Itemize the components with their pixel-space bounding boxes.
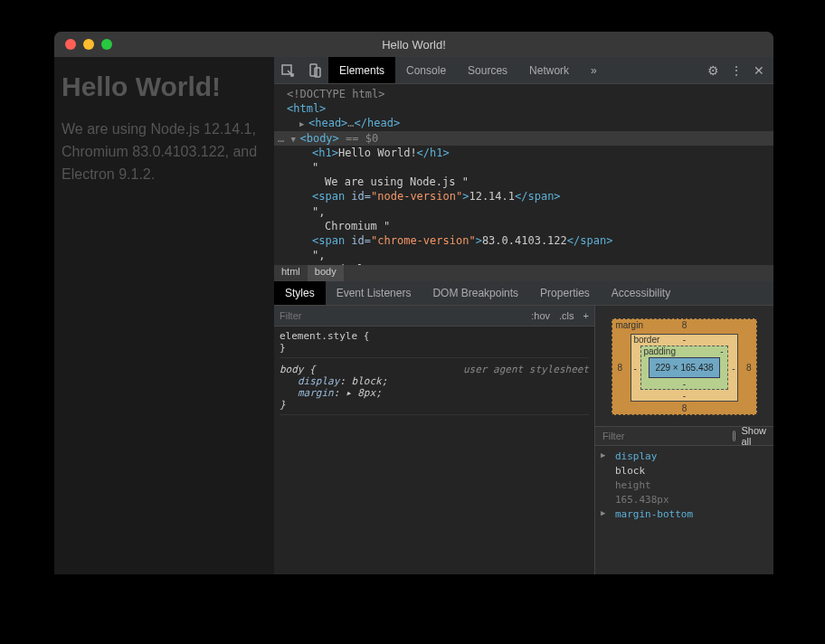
close-devtools-icon[interactable]: ✕	[754, 63, 764, 78]
computed-row[interactable]: ▶display	[601, 450, 768, 464]
device-icon[interactable]	[301, 63, 328, 78]
traffic-lights	[54, 39, 112, 50]
subtab-accessibility[interactable]: Accessibility	[601, 281, 681, 305]
padding-label: padding	[643, 346, 676, 356]
page-body-text: We are using Node.js 12.14.1, Chromium 8…	[62, 118, 267, 185]
subtab-styles[interactable]: Styles	[274, 281, 326, 305]
breadcrumb: html body	[274, 265, 773, 281]
crumb-body[interactable]: body	[308, 265, 344, 281]
html-node[interactable]: <html>	[287, 102, 326, 115]
styles-pane: :hov .cls + element.style { } body {user…	[274, 306, 594, 574]
styles-filter-input[interactable]	[280, 310, 522, 321]
expand-icon[interactable]: ▶	[299, 118, 308, 129]
body-uas-section[interactable]: body {user agent stylesheet display: blo…	[280, 364, 589, 415]
computed-row[interactable]: ▶margin-bottom	[601, 507, 768, 522]
inspect-icon[interactable]	[274, 63, 301, 78]
kebab-icon[interactable]: ⋮	[730, 63, 743, 78]
dom-tree[interactable]: <!DOCTYPE html> <html> ▶<head>…</head> ……	[274, 84, 773, 265]
devtools-tabs: Elements Console Sources Network » ⚙ ⋮ ✕	[274, 57, 773, 84]
styles-subtabs: Styles Event Listeners DOM Breakpoints P…	[274, 281, 773, 306]
computed-row[interactable]: height	[601, 478, 768, 493]
content-dims: 229 × 165.438	[649, 357, 719, 378]
titlebar: Hello World!	[54, 32, 773, 57]
devtools-panel: Elements Console Sources Network » ⚙ ⋮ ✕…	[274, 57, 773, 574]
span-chrome-version[interactable]: <span	[312, 234, 351, 247]
show-all-checkbox[interactable]	[733, 431, 735, 441]
window-title: Hello World!	[382, 38, 446, 52]
new-rule-icon[interactable]: +	[583, 310, 589, 321]
svg-rect-1	[310, 64, 317, 76]
maximize-icon[interactable]	[101, 39, 112, 50]
subtab-dom-breakpoints[interactable]: DOM Breakpoints	[422, 281, 529, 305]
subtab-event-listeners[interactable]: Event Listeners	[326, 281, 422, 305]
box-model[interactable]: margin 8 8 8 8 border - - - -	[595, 306, 773, 426]
border-label: border	[633, 335, 659, 345]
tab-network[interactable]: Network	[518, 57, 580, 83]
selected-node-row[interactable]: … ▼<body> == $0	[274, 131, 773, 146]
tab-console[interactable]: Console	[395, 57, 457, 83]
span-node-version[interactable]: <span	[312, 190, 351, 203]
head-node[interactable]: <head>	[308, 117, 347, 129]
computed-filter-input[interactable]	[602, 431, 727, 441]
hov-toggle[interactable]: :hov	[531, 310, 550, 321]
show-all-label: Show all	[741, 425, 766, 447]
element-style-section[interactable]: element.style { }	[280, 330, 589, 358]
crumb-html[interactable]: html	[274, 265, 308, 281]
tabs-overflow-icon[interactable]: »	[580, 57, 608, 83]
app-window: Hello World! Hello World! We are using N…	[54, 32, 773, 574]
rendered-page: Hello World! We are using Node.js 12.14.…	[54, 57, 274, 574]
computed-pane: margin 8 8 8 8 border - - - -	[594, 306, 773, 574]
gear-icon[interactable]: ⚙	[707, 63, 719, 78]
collapse-icon[interactable]: ▼	[290, 134, 299, 145]
subtab-properties[interactable]: Properties	[529, 281, 601, 305]
h1-node[interactable]: <h1>	[312, 147, 338, 159]
close-icon[interactable]	[65, 39, 76, 50]
doctype-node[interactable]: <!DOCTYPE html>	[287, 88, 384, 100]
minimize-icon[interactable]	[83, 39, 94, 50]
cls-toggle[interactable]: .cls	[559, 310, 574, 321]
tab-elements[interactable]: Elements	[328, 57, 395, 83]
tab-sources[interactable]: Sources	[457, 57, 518, 83]
computed-list: ▶display block height 165.438px ▶margin-…	[595, 446, 773, 526]
page-heading: Hello World!	[62, 71, 267, 102]
margin-label: margin	[615, 320, 643, 330]
